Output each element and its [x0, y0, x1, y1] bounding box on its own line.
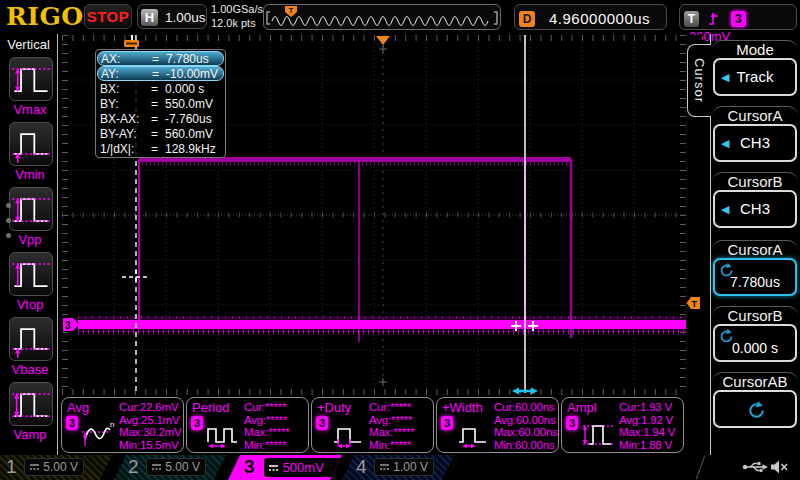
- channel-1-tag[interactable]: 1 5.00 V: [0, 455, 112, 480]
- ch3-ground-marker[interactable]: 3: [63, 318, 79, 331]
- svg-text:T: T: [289, 6, 294, 15]
- ampl-icon: [579, 418, 619, 450]
- cursorb-position-button[interactable]: 0.000 s: [713, 324, 797, 362]
- channel-4-tag[interactable]: 4 1.00 V: [342, 455, 454, 480]
- menu-header-cursorab: CursorAB: [712, 372, 798, 390]
- measure-item-vpp[interactable]: [9, 187, 53, 231]
- knob-icon: [746, 400, 767, 421]
- page-dot: [6, 233, 11, 238]
- horizontal-scale-box[interactable]: H1.00us: [137, 4, 207, 29]
- meas-row: Cur:*****: [369, 401, 433, 414]
- trigger-level-marker[interactable]: T: [687, 297, 701, 309]
- delay-box[interactable]: D4.96000000us: [514, 4, 667, 30]
- menu-header-cursorb-source: CursorB: [712, 172, 798, 190]
- menu-header-cursorb-pos: CursorB: [712, 306, 798, 324]
- preview-wave-icon: T: [264, 5, 500, 29]
- speaker-muted-icon: [770, 459, 789, 475]
- meas-row: Min:*****: [369, 439, 433, 452]
- channel-badge: 3: [66, 416, 78, 430]
- readout-row-ax: AX:=7.780us: [97, 51, 224, 66]
- h-badge: H: [141, 9, 158, 26]
- measure-item-vtop[interactable]: [9, 252, 53, 296]
- readout-row-byay: BY-AY:=560.0mV: [97, 126, 224, 141]
- menu-header-mode: Mode: [712, 40, 798, 58]
- acquisition-info: 1.00GSa/s 12.0k pts: [211, 3, 263, 30]
- page-dot: [6, 203, 11, 208]
- measure-item-vbase[interactable]: [9, 317, 53, 361]
- measure-item-vmin[interactable]: [9, 122, 53, 166]
- vmax-icon: [10, 58, 52, 100]
- trigger-position-marker[interactable]: [376, 36, 390, 45]
- rising-edge-icon: [707, 11, 722, 27]
- run-state-indicator[interactable]: STOP: [84, 4, 132, 29]
- page-dot: [6, 218, 11, 223]
- channel-scale: 5.00 V: [165, 460, 200, 474]
- meas-row: Avg:*****: [244, 414, 308, 427]
- menu-header-cursora-source: CursorA: [712, 106, 798, 124]
- dc-coupling-icon: [29, 462, 40, 472]
- channel-3-tag[interactable]: 3 500mV: [228, 455, 342, 480]
- timebase-value: 1.00us: [165, 10, 206, 25]
- cursor-menu-tab[interactable]: Cursor: [687, 44, 711, 117]
- width-icon: [454, 418, 494, 450]
- meas-row: Min:15.5mV: [119, 439, 183, 452]
- vamp-label: Vamp: [0, 427, 60, 442]
- meas-row: Avg:60.00ns: [494, 414, 558, 427]
- statusbar-divider: [696, 456, 705, 479]
- cursora-source-button[interactable]: ◀ CH3: [713, 124, 797, 162]
- readout-row-bxax: BX-AX:=-7.760us: [97, 111, 224, 126]
- vbase-label: Vbase: [0, 362, 60, 377]
- meas-row: Cur:60.00ns: [494, 401, 558, 414]
- mode-button[interactable]: ◀ Track: [713, 58, 797, 96]
- trigger-source-badge: 3: [731, 11, 746, 27]
- meas-row: Avg:1.92 V: [619, 414, 683, 427]
- vmin-icon: [10, 123, 52, 165]
- meas-row: Avg:*****: [369, 414, 433, 427]
- channel-badge: 3: [441, 416, 453, 430]
- dc-coupling-icon: [151, 462, 162, 472]
- cursorab-button[interactable]: [713, 390, 797, 428]
- measurement-panel-width[interactable]: +Width 3 Cur:60.00ns Avg:60.00ns Max:60.…: [436, 397, 559, 453]
- delay-value: 4.96000000us: [549, 10, 650, 27]
- menu-header-cursora-pos: CursorA: [712, 240, 798, 258]
- svg-text:n: n: [110, 420, 114, 429]
- readout-row-bx: BX:=0.000 s: [97, 81, 224, 96]
- meas-row: Max:30.2mV: [119, 426, 183, 439]
- svg-text:3: 3: [65, 320, 71, 331]
- svg-text:T: T: [692, 299, 698, 309]
- channel-2-tag[interactable]: 2 5.00 V: [114, 455, 226, 480]
- measure-item-vmax[interactable]: [9, 57, 53, 101]
- measure-item-vamp[interactable]: [9, 382, 53, 426]
- channel-badge: 3: [191, 416, 203, 430]
- d-badge: D: [519, 11, 535, 27]
- sample-rate: 1.00GSa/s: [211, 3, 263, 17]
- vmax-label: Vmax: [0, 102, 60, 117]
- meas-row: Min:*****: [244, 439, 308, 452]
- meas-row: Max:60.00ns: [494, 426, 558, 439]
- oscilloscope-screen: RIGOL STOP H1.00us 1.00GSa/s 12.0k pts T…: [0, 0, 800, 480]
- t-badge: T: [684, 11, 699, 27]
- channel-badge: 3: [316, 416, 328, 430]
- duty-icon: [329, 418, 369, 450]
- vtop-icon: [10, 253, 52, 295]
- vmin-label: Vmin: [0, 167, 60, 182]
- graticule: 3: [62, 35, 702, 395]
- cursora-position-button[interactable]: 7.780us: [713, 258, 797, 296]
- trigger-box[interactable]: T 3 260mV: [679, 4, 797, 30]
- waveform-preview[interactable]: T: [263, 4, 501, 30]
- measurement-panel-avg[interactable]: Avg 3 n Cur:22.6mV Avg:25.1mV Max:30.2mV…: [61, 397, 184, 453]
- measurement-panel-ampl[interactable]: Ampl 3 Cur:1.93 V Avg:1.92 V Max:1.94 V …: [561, 397, 684, 453]
- measurement-panel-period[interactable]: Period 3 Cur:***** Avg:***** Max:***** M…: [186, 397, 309, 453]
- readout-row-freq: 1/|dX|:=128.9kHz: [97, 141, 224, 156]
- vpp-icon: [10, 188, 52, 230]
- ch3-waveform: [78, 157, 686, 342]
- vbase-icon: [10, 318, 52, 360]
- period-icon: [204, 418, 244, 450]
- meas-row: Cur:22.6mV: [119, 401, 183, 414]
- meas-row: Max:*****: [369, 426, 433, 439]
- measurement-panel-duty[interactable]: +Duty 3 Cur:***** Avg:***** Max:***** Mi…: [311, 397, 434, 453]
- vtop-label: Vtop: [0, 297, 60, 312]
- cursorb-source-button[interactable]: ◀ CH3: [713, 190, 797, 228]
- meas-row: Avg:25.1mV: [119, 414, 183, 427]
- channel-badge: 3: [566, 416, 578, 430]
